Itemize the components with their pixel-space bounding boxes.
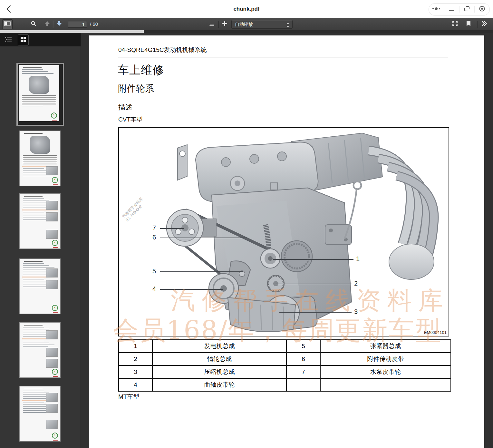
zoom-out-button[interactable] [207, 19, 217, 29]
window-controls-capsule [429, 3, 490, 15]
table-cell: 惰轮总成 [152, 353, 286, 365]
bookmark-button[interactable] [463, 19, 474, 29]
thumbnail-stamp-text [53, 376, 58, 377]
zoom-in-button[interactable] [220, 19, 230, 29]
thumbnail-text-line [23, 279, 44, 279]
thumbnail-text-line [23, 329, 49, 329]
table-row: 4 曲轴皮带轮 [119, 378, 451, 391]
chevron-updown-icon [286, 22, 289, 30]
thumbnail-text-line [22, 71, 48, 72]
thumbnail-image [46, 268, 58, 278]
thumbnail-text-line [23, 403, 44, 403]
thumbnail-5[interactable] [19, 322, 61, 378]
variant-label-cvt: CVT车型 [118, 115, 143, 124]
zoom-select[interactable]: 自动缩放 [231, 20, 293, 29]
thumbnail-text-line [23, 267, 54, 268]
thumbnail-text-line [23, 333, 48, 333]
more-tools-button[interactable] [479, 19, 490, 29]
page-up-button[interactable] [42, 19, 53, 29]
table-cell: 曲轴皮带轮 [152, 378, 286, 391]
watermark-line-2: 会员168/年，每周更新车型 [113, 313, 442, 348]
table-cell [320, 378, 451, 391]
thumbnail-text-line [22, 73, 53, 74]
restore-window-button[interactable] [459, 4, 474, 15]
table-row: 3 压缩机总成 7 水泵皮带轮 [119, 365, 451, 378]
page-number-input[interactable] [68, 21, 87, 28]
section-header: 04-SQRE4G15C发动机机械系统 [118, 46, 207, 54]
thumbnail-view-button[interactable] [18, 34, 29, 45]
thumbnail-text-line [23, 336, 46, 337]
table-cell: 7 [286, 365, 320, 378]
watermark-line-1: 汽修帮手在线资料库 [171, 284, 449, 317]
fullscreen-icon [452, 20, 458, 28]
more-options-button[interactable] [429, 4, 444, 15]
thumbnail-text-line [23, 393, 49, 393]
thumbnail-list [0, 46, 81, 448]
outline-icon [5, 36, 12, 43]
grid-icon [20, 36, 26, 44]
thumbnail-text-line [23, 396, 48, 397]
thumbnail-stamp-text [53, 247, 58, 248]
presentation-mode-button[interactable] [450, 19, 460, 29]
pdf-viewer-app: chunk.pdf [0, 0, 493, 448]
loading-bar [0, 30, 493, 33]
minus-icon [209, 21, 215, 27]
callout-5: 5 [152, 268, 156, 275]
table-cell: 4 [119, 378, 152, 391]
thumbnail-stamp [52, 369, 58, 375]
thumbnail-text-line [23, 174, 48, 174]
thumbnail-stamp [52, 305, 58, 311]
thumbnail-image [46, 166, 58, 175]
arrow-up-icon [44, 21, 50, 28]
minimize-button[interactable] [444, 4, 459, 15]
search-icon [31, 21, 36, 28]
thumbnail-text-line [23, 391, 44, 391]
table-cell [286, 378, 320, 391]
thumbnail-2[interactable] [19, 131, 61, 186]
toggle-sidebar-button[interactable] [2, 19, 13, 29]
thumbnail-text-line [22, 69, 43, 70]
sidebar [0, 33, 81, 448]
thumbnail-text-line [23, 269, 48, 269]
thumbnail-text-line [23, 345, 54, 345]
titlebar: chunk.pdf [0, 0, 493, 18]
search-button[interactable] [28, 19, 39, 29]
page-title: 车上维修 [118, 63, 164, 78]
callout-6: 6 [152, 234, 156, 241]
thumbnail-page [19, 65, 59, 121]
thumbnail-stamp-text [53, 184, 58, 185]
thumbnail-stamp-text [52, 120, 57, 121]
thumbnail-stamp-text [53, 440, 58, 441]
thumbnail-text-line [23, 343, 49, 343]
thumbnail-6[interactable] [19, 386, 61, 442]
table-cell: 6 [286, 353, 320, 365]
thumbnail-image [46, 230, 58, 239]
thumbnail-image [46, 212, 58, 221]
thumbnail-text-line [23, 168, 44, 169]
thumbnail-text-line [23, 341, 44, 341]
section-rule [118, 57, 448, 57]
table-cell: 水泵皮带轮 [320, 365, 451, 378]
thumbnail-engine-image [30, 136, 50, 154]
thumbnail-engine-image [29, 76, 49, 94]
thumbnail-image [46, 393, 58, 402]
thumbnail-text-line [23, 263, 44, 264]
thumbnail-text-line [23, 265, 49, 266]
thumbnail-image [46, 201, 58, 210]
callout-1: 1 [356, 255, 360, 263]
thumbnail-text-line [23, 412, 46, 413]
outline-view-button[interactable] [3, 34, 14, 45]
thumbnail-1[interactable] [16, 63, 64, 126]
thumbnail-4[interactable] [19, 258, 61, 314]
thumbnail-text-line [23, 408, 48, 409]
double-chevron-icon [481, 21, 488, 27]
thumbnail-text-line [23, 198, 44, 199]
page-down-button[interactable] [54, 19, 64, 29]
thumbnail-text-line [23, 346, 48, 347]
table-cell: 2 [119, 353, 152, 365]
viewer[interactable]: 04-SQRE4G15C发动机机械系统 车上维修 附件轮系 描述 CVT车型 [81, 33, 493, 448]
thumbnail-stamp-text [53, 312, 58, 313]
record-button[interactable] [475, 4, 489, 15]
thumbnail-3[interactable] [19, 193, 61, 249]
thumbnail-text-line [23, 170, 49, 170]
